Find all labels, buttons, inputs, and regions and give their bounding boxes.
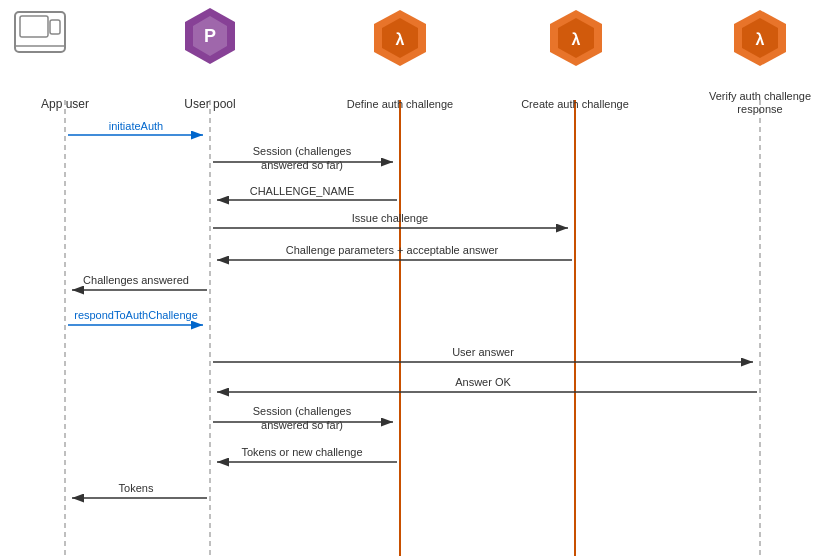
define-auth-icon: λ (374, 10, 426, 66)
label-verify-auth-2: response (737, 103, 782, 115)
app-user-icon-phone (50, 20, 60, 34)
label-challenge-params: Challenge parameters + acceptable answer (286, 244, 499, 256)
svg-text:P: P (204, 26, 216, 46)
label-session-1a: Session (challenges (253, 145, 352, 157)
diagram: P λ λ λ App user User pool Define auth c… (0, 0, 837, 556)
label-session-2b: answered so far) (261, 419, 343, 431)
label-user-pool: User pool (184, 97, 235, 111)
label-tokens: Tokens (119, 482, 154, 494)
label-challenge-name: CHALLENGE_NAME (250, 185, 355, 197)
svg-text:λ: λ (572, 31, 581, 48)
label-issue-challenge: Issue challenge (352, 212, 428, 224)
user-pool-icon: P (185, 8, 235, 64)
label-user-answer: User answer (452, 346, 514, 358)
label-challenges-answered: Challenges answered (83, 274, 189, 286)
label-session-1b: answered so far) (261, 159, 343, 171)
svg-text:λ: λ (396, 31, 405, 48)
app-user-icon-tablet (20, 16, 48, 37)
label-initiate-auth: initiateAuth (109, 120, 163, 132)
label-verify-auth-1: Verify auth challenge (709, 90, 811, 102)
create-auth-icon: λ (550, 10, 602, 66)
label-define-auth: Define auth challenge (347, 98, 453, 110)
label-answer-ok: Answer OK (455, 376, 511, 388)
sequence-diagram-svg: P λ λ λ App user User pool Define auth c… (0, 0, 837, 556)
label-session-2a: Session (challenges (253, 405, 352, 417)
label-app-user: App user (41, 97, 89, 111)
label-tokens-or-challenge: Tokens or new challenge (241, 446, 362, 458)
svg-text:λ: λ (756, 31, 765, 48)
verify-auth-icon: λ (734, 10, 786, 66)
label-respond-to-auth: respondToAuthChallenge (74, 309, 198, 321)
label-create-auth: Create auth challenge (521, 98, 629, 110)
